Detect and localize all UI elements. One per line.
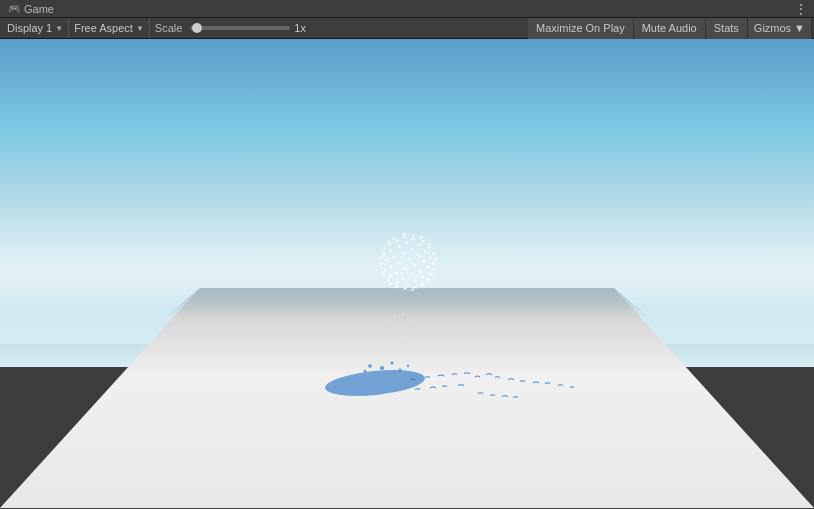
game-viewport [0,39,814,508]
splash-canvas [320,338,580,408]
gizmos-arrow: ▼ [794,22,805,34]
stats-button[interactable]: Stats [706,18,748,39]
scale-slider[interactable] [190,26,290,30]
ground-splash-particles [320,338,580,408]
tab-bar: 🎮 Game ⋮ [0,0,814,18]
gizmos-button[interactable]: Gizmos ▼ [748,18,812,39]
aspect-label: Free Aspect [74,22,133,34]
game-tab[interactable]: 🎮 Game [0,0,62,17]
particle-sphere [368,224,448,304]
maximize-on-play-button[interactable]: Maximize On Play [528,18,634,39]
aspect-arrow: ▼ [136,24,144,33]
display-label: Display 1 [7,22,52,34]
scale-slider-thumb [192,23,202,33]
sphere-canvas [368,224,448,304]
tab-more-button[interactable]: ⋮ [788,1,814,17]
scale-label: Scale [155,22,183,34]
display-arrow: ▼ [55,24,63,33]
display-selector[interactable]: Display 1 ▼ [2,18,69,38]
toolbar-right: Maximize On Play Mute Audio Stats Gizmos… [528,18,812,39]
mute-audio-button[interactable]: Mute Audio [634,18,706,39]
game-tab-icon: 🎮 [8,3,20,14]
aspect-selector[interactable]: Free Aspect ▼ [69,18,150,38]
toolbar: Display 1 ▼ Free Aspect ▼ Scale 1x Maxim… [0,18,814,39]
game-tab-label: Game [24,3,54,15]
scale-value: 1x [294,22,306,34]
scale-control: Scale 1x [150,18,311,38]
